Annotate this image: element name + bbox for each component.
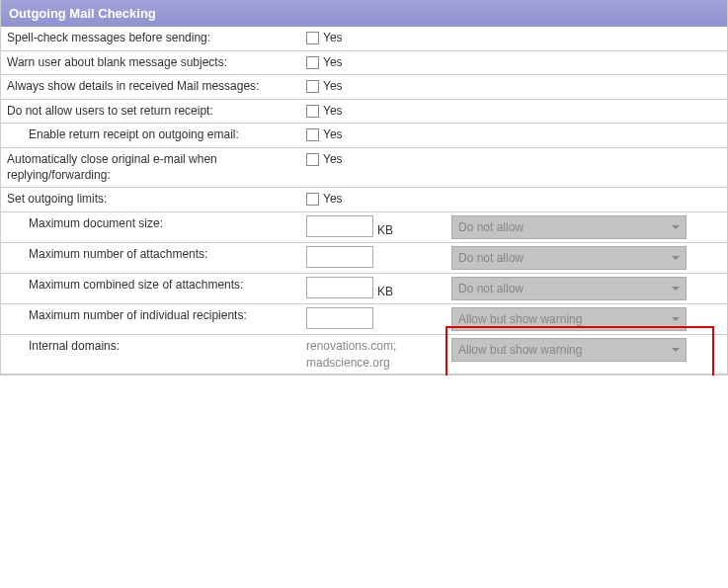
label-max-recipients: Maximum number of individual recipients: xyxy=(1,304,302,334)
label-auto-close: Automatically close original e-mail when… xyxy=(1,148,302,187)
select-max-combined-size[interactable]: Do not allow xyxy=(451,277,687,300)
row-internal-domains: Internal domains: renovations.com; madsc… xyxy=(1,335,727,376)
chevron-down-icon xyxy=(672,317,680,321)
row-max-doc-size: Maximum document size: KB Do not allow xyxy=(1,212,727,243)
chevron-down-icon xyxy=(672,348,680,352)
checkbox-enable-return-receipt[interactable] xyxy=(306,128,319,141)
row-show-details: Always show details in received Mail mes… xyxy=(1,75,727,100)
row-max-combined-size: Maximum combined size of attachments: KB… xyxy=(1,274,727,304)
checkbox-set-limits[interactable] xyxy=(306,193,319,206)
row-spell-check: Spell-check messages before sending: Yes xyxy=(1,27,727,51)
label-spell-check: Spell-check messages before sending: xyxy=(1,27,302,50)
label-max-attachments: Maximum number of attachments: xyxy=(1,243,302,273)
chevron-down-icon xyxy=(672,287,680,291)
label-max-combined-size: Maximum combined size of attachments: xyxy=(1,274,302,303)
select-value: Do not allow xyxy=(458,282,524,295)
checkbox-no-return-receipt[interactable] xyxy=(306,105,319,118)
row-no-return-receipt: Do not allow users to set return receipt… xyxy=(1,100,727,125)
label-set-limits: Set outgoing limits: xyxy=(1,188,302,211)
label-max-doc-size: Maximum document size: xyxy=(1,212,302,242)
select-value: Allow but show warning xyxy=(458,343,582,357)
panel-title: Outgoing Mail Checking xyxy=(9,6,156,21)
checkbox-label: Yes xyxy=(323,78,343,93)
input-max-attachments[interactable] xyxy=(306,246,373,268)
checkbox-label: Yes xyxy=(323,54,343,69)
chevron-down-icon xyxy=(672,225,680,229)
select-value: Do not allow xyxy=(458,220,524,234)
checkbox-label: Yes xyxy=(323,191,343,206)
input-max-recipients[interactable] xyxy=(306,307,373,329)
select-max-doc-size[interactable]: Do not allow xyxy=(451,215,687,239)
row-max-recipients: Maximum number of individual recipients:… xyxy=(1,304,727,335)
checkbox-auto-close[interactable] xyxy=(306,153,319,166)
label-no-return-receipt: Do not allow users to set return receipt… xyxy=(1,100,302,124)
select-internal-domains[interactable]: Allow but show warning xyxy=(451,338,687,362)
checkbox-blank-subject[interactable] xyxy=(306,56,319,69)
checkbox-label: Yes xyxy=(323,151,343,166)
checkbox-spell-check[interactable] xyxy=(306,32,319,44)
row-max-attachments: Maximum number of attachments: Do not al… xyxy=(1,243,727,274)
row-set-limits: Set outgoing limits: Yes xyxy=(1,188,727,212)
label-enable-return-receipt: Enable return receipt on outgoing email: xyxy=(1,124,302,147)
unit-kb: KB xyxy=(377,285,393,300)
panel-header: Outgoing Mail Checking xyxy=(1,0,727,27)
internal-domains-value: renovations.com; madscience.org xyxy=(306,338,442,372)
chevron-down-icon xyxy=(672,256,680,260)
row-enable-return-receipt: Enable return receipt on outgoing email:… xyxy=(1,124,727,148)
input-max-combined-size[interactable] xyxy=(306,277,373,298)
row-auto-close: Automatically close original e-mail when… xyxy=(1,148,727,188)
unit-kb: KB xyxy=(377,223,393,239)
checkbox-show-details[interactable] xyxy=(306,80,319,93)
checkbox-label: Yes xyxy=(323,103,343,118)
select-max-recipients[interactable]: Allow but show warning xyxy=(451,307,687,331)
label-show-details: Always show details in received Mail mes… xyxy=(1,75,302,99)
row-blank-subject: Warn user about blank message subjects: … xyxy=(1,51,727,76)
label-blank-subject: Warn user about blank message subjects: xyxy=(1,51,302,75)
select-value: Do not allow xyxy=(458,251,524,265)
select-value: Allow but show warning xyxy=(458,312,582,326)
checkbox-label: Yes xyxy=(323,126,343,141)
select-max-attachments[interactable]: Do not allow xyxy=(451,246,687,270)
outgoing-mail-checking-panel: Outgoing Mail Checking Spell-check messa… xyxy=(0,0,728,376)
checkbox-label: Yes xyxy=(323,30,343,44)
label-internal-domains: Internal domains: xyxy=(1,335,302,375)
input-max-doc-size[interactable] xyxy=(306,215,373,237)
